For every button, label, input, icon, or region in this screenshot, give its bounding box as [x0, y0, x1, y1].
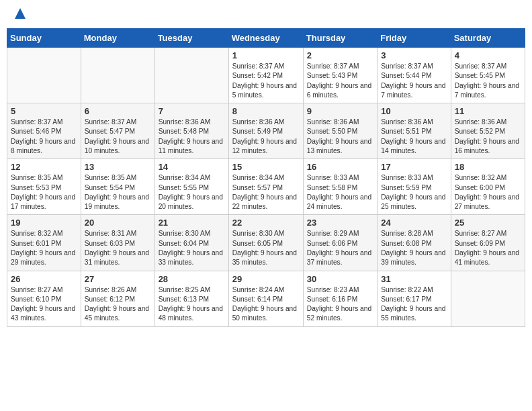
calendar-cell: 10Sunrise: 8:36 AMSunset: 5:51 PMDayligh…	[378, 103, 451, 159]
day-detail: Sunrise: 8:37 AMSunset: 5:45 PMDaylight:…	[455, 62, 521, 100]
weekday-header: Wednesday	[228, 29, 303, 48]
day-number: 14	[159, 162, 225, 172]
day-number: 20	[85, 218, 151, 228]
day-detail: Sunrise: 8:27 AMSunset: 6:09 PMDaylight:…	[455, 229, 521, 267]
calendar-cell: 27Sunrise: 8:26 AMSunset: 6:12 PMDayligh…	[81, 271, 154, 326]
day-number: 16	[307, 162, 373, 172]
calendar-table: SundayMondayTuesdayWednesdayThursdayFrid…	[7, 28, 525, 327]
day-number: 30	[307, 274, 373, 284]
calendar-cell: 3Sunrise: 8:37 AMSunset: 5:44 PMDaylight…	[378, 48, 451, 103]
day-detail: Sunrise: 8:36 AMSunset: 5:49 PMDaylight:…	[232, 118, 300, 156]
day-number: 29	[232, 274, 300, 284]
day-detail: Sunrise: 8:22 AMSunset: 6:17 PMDaylight:…	[381, 285, 447, 324]
day-detail: Sunrise: 8:27 AMSunset: 6:10 PMDaylight:…	[11, 285, 77, 324]
calendar-cell: 17Sunrise: 8:33 AMSunset: 5:59 PMDayligh…	[378, 159, 451, 215]
page-header	[7, 7, 525, 23]
day-number: 12	[11, 162, 77, 172]
calendar-cell: 15Sunrise: 8:34 AMSunset: 5:57 PMDayligh…	[228, 159, 303, 215]
day-detail: Sunrise: 8:30 AMSunset: 6:05 PMDaylight:…	[232, 229, 300, 267]
calendar-cell: 16Sunrise: 8:33 AMSunset: 5:58 PMDayligh…	[303, 159, 377, 215]
day-number: 17	[381, 162, 447, 172]
calendar-week-row: 19Sunrise: 8:32 AMSunset: 6:01 PMDayligh…	[7, 215, 525, 271]
day-number: 9	[307, 106, 373, 116]
calendar-week-row: 26Sunrise: 8:27 AMSunset: 6:10 PMDayligh…	[7, 271, 525, 326]
day-detail: Sunrise: 8:33 AMSunset: 5:58 PMDaylight:…	[307, 173, 373, 212]
calendar-cell: 14Sunrise: 8:34 AMSunset: 5:55 PMDayligh…	[154, 159, 228, 215]
day-detail: Sunrise: 8:36 AMSunset: 5:48 PMDaylight:…	[159, 118, 225, 156]
day-detail: Sunrise: 8:37 AMSunset: 5:46 PMDaylight:…	[11, 118, 77, 156]
calendar-header-row: SundayMondayTuesdayWednesdayThursdayFrid…	[7, 29, 525, 48]
day-number: 6	[85, 106, 151, 116]
calendar-cell: 25Sunrise: 8:27 AMSunset: 6:09 PMDayligh…	[451, 215, 525, 271]
calendar-cell: 4Sunrise: 8:37 AMSunset: 5:45 PMDaylight…	[451, 48, 525, 103]
day-detail: Sunrise: 8:34 AMSunset: 5:57 PMDaylight:…	[232, 173, 300, 212]
day-detail: Sunrise: 8:32 AMSunset: 6:01 PMDaylight:…	[11, 229, 77, 267]
calendar-cell: 22Sunrise: 8:30 AMSunset: 6:05 PMDayligh…	[228, 215, 303, 271]
weekday-header: Saturday	[451, 29, 525, 48]
calendar-cell: 1Sunrise: 8:37 AMSunset: 5:42 PMDaylight…	[228, 48, 303, 103]
day-number: 10	[381, 106, 447, 116]
calendar-week-row: 12Sunrise: 8:35 AMSunset: 5:53 PMDayligh…	[7, 159, 525, 215]
calendar-cell: 12Sunrise: 8:35 AMSunset: 5:53 PMDayligh…	[7, 159, 81, 215]
calendar-cell: 20Sunrise: 8:31 AMSunset: 6:03 PMDayligh…	[81, 215, 154, 271]
day-detail: Sunrise: 8:37 AMSunset: 5:43 PMDaylight:…	[307, 62, 373, 100]
calendar-cell	[7, 48, 81, 103]
day-detail: Sunrise: 8:23 AMSunset: 6:16 PMDaylight:…	[307, 285, 373, 324]
day-detail: Sunrise: 8:36 AMSunset: 5:52 PMDaylight:…	[455, 118, 521, 156]
calendar-cell: 13Sunrise: 8:35 AMSunset: 5:54 PMDayligh…	[81, 159, 154, 215]
svg-marker-0	[15, 8, 26, 19]
weekday-header: Monday	[81, 29, 154, 48]
calendar-cell: 23Sunrise: 8:29 AMSunset: 6:06 PMDayligh…	[303, 215, 377, 271]
day-number: 23	[307, 218, 373, 228]
day-detail: Sunrise: 8:32 AMSunset: 6:00 PMDaylight:…	[455, 173, 521, 212]
day-detail: Sunrise: 8:31 AMSunset: 6:03 PMDaylight:…	[85, 229, 151, 267]
calendar-cell: 28Sunrise: 8:25 AMSunset: 6:13 PMDayligh…	[154, 271, 228, 326]
day-number: 5	[11, 106, 77, 116]
weekday-header: Tuesday	[154, 29, 228, 48]
day-detail: Sunrise: 8:24 AMSunset: 6:14 PMDaylight:…	[232, 285, 300, 324]
day-detail: Sunrise: 8:37 AMSunset: 5:47 PMDaylight:…	[85, 118, 151, 156]
day-number: 2	[307, 50, 373, 60]
calendar-week-row: 1Sunrise: 8:37 AMSunset: 5:42 PMDaylight…	[7, 48, 525, 103]
day-number: 15	[232, 162, 300, 172]
calendar-cell: 21Sunrise: 8:30 AMSunset: 6:04 PMDayligh…	[154, 215, 228, 271]
day-detail: Sunrise: 8:37 AMSunset: 5:44 PMDaylight:…	[381, 62, 447, 100]
calendar-cell: 5Sunrise: 8:37 AMSunset: 5:46 PMDaylight…	[7, 103, 81, 159]
day-number: 27	[85, 274, 151, 284]
day-detail: Sunrise: 8:35 AMSunset: 5:53 PMDaylight:…	[11, 173, 77, 212]
calendar-cell: 19Sunrise: 8:32 AMSunset: 6:01 PMDayligh…	[7, 215, 81, 271]
day-detail: Sunrise: 8:34 AMSunset: 5:55 PMDaylight:…	[159, 173, 225, 212]
calendar-week-row: 5Sunrise: 8:37 AMSunset: 5:46 PMDaylight…	[7, 103, 525, 159]
day-detail: Sunrise: 8:28 AMSunset: 6:08 PMDaylight:…	[381, 229, 447, 267]
logo-icon	[13, 7, 27, 20]
calendar-cell: 7Sunrise: 8:36 AMSunset: 5:48 PMDaylight…	[154, 103, 228, 159]
weekday-header: Friday	[378, 29, 451, 48]
calendar-cell: 29Sunrise: 8:24 AMSunset: 6:14 PMDayligh…	[228, 271, 303, 326]
day-number: 4	[455, 50, 521, 60]
calendar-cell: 9Sunrise: 8:36 AMSunset: 5:50 PMDaylight…	[303, 103, 377, 159]
day-number: 19	[11, 218, 77, 228]
calendar-cell: 31Sunrise: 8:22 AMSunset: 6:17 PMDayligh…	[378, 271, 451, 326]
day-number: 18	[455, 162, 521, 172]
day-detail: Sunrise: 8:26 AMSunset: 6:12 PMDaylight:…	[85, 285, 151, 324]
logo	[12, 9, 27, 20]
weekday-header: Thursday	[303, 29, 377, 48]
day-number: 7	[159, 106, 225, 116]
day-number: 21	[159, 218, 225, 228]
day-number: 24	[381, 218, 447, 228]
calendar-cell: 11Sunrise: 8:36 AMSunset: 5:52 PMDayligh…	[451, 103, 525, 159]
calendar-cell	[451, 271, 525, 326]
calendar-cell: 30Sunrise: 8:23 AMSunset: 6:16 PMDayligh…	[303, 271, 377, 326]
calendar-cell: 6Sunrise: 8:37 AMSunset: 5:47 PMDaylight…	[81, 103, 154, 159]
day-number: 22	[232, 218, 300, 228]
day-detail: Sunrise: 8:33 AMSunset: 5:59 PMDaylight:…	[381, 173, 447, 212]
day-number: 31	[381, 274, 447, 284]
day-detail: Sunrise: 8:36 AMSunset: 5:50 PMDaylight:…	[307, 118, 373, 156]
day-detail: Sunrise: 8:29 AMSunset: 6:06 PMDaylight:…	[307, 229, 373, 267]
day-number: 1	[232, 50, 300, 60]
calendar-cell: 18Sunrise: 8:32 AMSunset: 6:00 PMDayligh…	[451, 159, 525, 215]
day-number: 13	[85, 162, 151, 172]
calendar-cell: 2Sunrise: 8:37 AMSunset: 5:43 PMDaylight…	[303, 48, 377, 103]
day-number: 25	[455, 218, 521, 228]
calendar-cell: 8Sunrise: 8:36 AMSunset: 5:49 PMDaylight…	[228, 103, 303, 159]
